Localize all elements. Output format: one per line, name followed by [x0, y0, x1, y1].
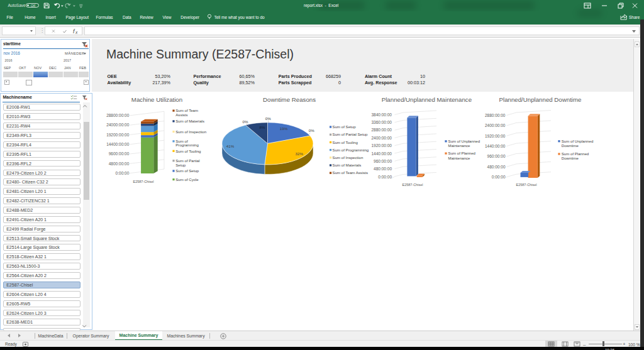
- svg-text:2400:00:00: 2400:00:00: [485, 123, 506, 128]
- svg-text:Sum of Unplanned: Sum of Unplanned: [562, 139, 593, 143]
- svg-text:41%: 41%: [226, 144, 235, 148]
- svg-text:0:00:00: 0:00:00: [378, 175, 392, 179]
- svg-text:Sum of Materials: Sum of Materials: [333, 163, 362, 167]
- svg-text:960:00:00: 960:00:00: [487, 154, 506, 158]
- svg-text:Planned/Unplanned Downtime: Planned/Unplanned Downtime: [499, 96, 582, 103]
- svg-text:Assists: Assists: [175, 112, 187, 117]
- svg-text:9600:00:00: 9600:00:00: [109, 151, 130, 156]
- svg-text:0%: 0%: [265, 116, 271, 121]
- svg-text:Sum of Planned: Sum of Planned: [448, 151, 475, 155]
- svg-text:0:00:00: 0:00:00: [492, 175, 506, 179]
- svg-text:Sum of Inspection: Sum of Inspection: [333, 155, 364, 160]
- svg-text:24000:00:00: 24000:00:00: [106, 123, 130, 127]
- svg-text:Sum of Inspection: Sum of Inspection: [175, 129, 206, 134]
- svg-text:Sum of Setup: Sum of Setup: [333, 124, 357, 129]
- svg-text:8%: 8%: [260, 125, 265, 129]
- svg-text:Sum of Programming: Sum of Programming: [333, 148, 369, 152]
- svg-text:Sum of Partial Setup: Sum of Partial Setup: [333, 132, 368, 136]
- svg-text:2880:00:00: 2880:00:00: [371, 128, 392, 132]
- svg-text:Downtime: Downtime: [562, 156, 579, 160]
- svg-text:32%: 32%: [296, 151, 304, 156]
- svg-text:E2587-Chisel: E2587-Chisel: [133, 180, 153, 183]
- svg-text:960:00:00: 960:00:00: [374, 159, 392, 163]
- svg-text:Sum of Planned: Sum of Planned: [562, 151, 589, 156]
- svg-text:1440:00:00: 1440:00:00: [371, 151, 392, 156]
- svg-text:Sum of Materials: Sum of Materials: [175, 119, 204, 123]
- svg-text:1920:00:00: 1920:00:00: [371, 143, 392, 148]
- svg-text:Sum of Setup: Sum of Setup: [175, 168, 199, 173]
- svg-text:Downtime: Downtime: [562, 143, 579, 148]
- svg-text:1920:00:00: 1920:00:00: [485, 134, 506, 138]
- svg-text:28800:00:00: 28800:00:00: [106, 113, 130, 118]
- svg-text:Sum of Cycle: Sum of Cycle: [175, 177, 199, 182]
- svg-text:Sum of Tooling: Sum of Tooling: [175, 149, 201, 153]
- svg-text:Sum of Tooling: Sum of Tooling: [333, 140, 358, 145]
- svg-text:0%: 0%: [243, 119, 248, 124]
- svg-text:Maintenance: Maintenance: [448, 143, 471, 148]
- svg-text:Sum of Team Assists: Sum of Team Assists: [333, 170, 368, 175]
- svg-text:4800:00:00: 4800:00:00: [109, 161, 130, 166]
- svg-text:Planned/Unplanned Maintenance: Planned/Unplanned Maintenance: [382, 96, 472, 103]
- svg-text:3840:00:00: 3840:00:00: [371, 112, 392, 117]
- svg-text:E2587-Chisel: E2587-Chisel: [516, 183, 536, 187]
- svg-text:2400:00:00: 2400:00:00: [371, 136, 392, 140]
- svg-text:Downtime Reasons: Downtime Reasons: [263, 96, 316, 103]
- svg-text:Sum of Unplanned: Sum of Unplanned: [448, 139, 480, 143]
- svg-text:E2587-Chisel: E2587-Chisel: [402, 183, 423, 187]
- svg-text:Maintenance: Maintenance: [448, 156, 471, 160]
- svg-text:19200:00:00: 19200:00:00: [106, 133, 130, 137]
- svg-text:480:00:00: 480:00:00: [374, 167, 392, 171]
- svg-text:19%: 19%: [280, 126, 288, 131]
- svg-text:2880:00:00: 2880:00:00: [485, 113, 506, 118]
- svg-text:0%: 0%: [309, 128, 314, 133]
- svg-text:1440:00:00: 1440:00:00: [485, 144, 506, 148]
- svg-text:14400:00:00: 14400:00:00: [106, 142, 130, 146]
- svg-text:x: x: [75, 30, 78, 35]
- svg-text:Setup: Setup: [175, 163, 186, 167]
- svg-text:Machine Utilization: Machine Utilization: [131, 96, 182, 103]
- svg-text:480:00:00: 480:00:00: [487, 165, 506, 169]
- svg-text:3360:00:00: 3360:00:00: [371, 120, 392, 124]
- svg-text:Programming: Programming: [175, 143, 199, 147]
